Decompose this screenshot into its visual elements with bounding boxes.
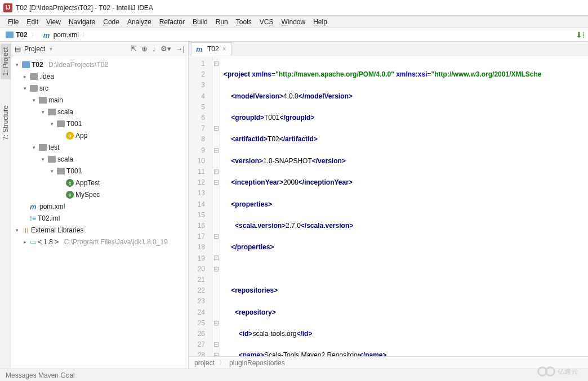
class-icon: c <box>66 179 74 187</box>
project-tool-window: ▤ Project ▾ ⇱ ⊕ ↓ ⚙▾ →| ▾T02 D:\IdeaProj… <box>11 42 189 369</box>
maven-icon: m <box>196 45 204 53</box>
tool-tab-structure[interactable]: 7: Structure <box>1 102 11 144</box>
tree-app[interactable]: oApp <box>11 129 188 141</box>
library-icon: ⫼ <box>22 226 29 234</box>
tree-jdk[interactable]: ▸▭< 1.8 > C:\Program Files\Java\jdk1.8.0… <box>11 236 188 248</box>
menu-run[interactable]: Run <box>212 17 231 27</box>
package-icon <box>57 120 65 127</box>
menu-vcs[interactable]: VCS <box>256 17 277 27</box>
editor[interactable]: 1234567891011121314151617181920212223242… <box>189 56 588 356</box>
menu-refactor[interactable]: Refactor <box>156 17 188 27</box>
tree-apptest[interactable]: cAppTest <box>11 177 188 189</box>
tree-idea[interactable]: ▸.idea <box>11 70 188 82</box>
tree-main-t001[interactable]: ▾T001 <box>11 118 188 129</box>
hide-icon[interactable]: →| <box>176 44 185 53</box>
folder-icon <box>30 85 38 92</box>
line-gutter: 1234567891011121314151617181920212223242… <box>189 56 212 356</box>
menu-tools[interactable]: Tools <box>233 17 255 27</box>
tree-src[interactable]: ▾src <box>11 82 188 94</box>
menu-analyze[interactable]: Analyze <box>124 17 155 27</box>
close-icon[interactable]: × <box>222 45 226 53</box>
menu-window[interactable]: Window <box>278 17 309 27</box>
status-left[interactable]: Messages Maven Goal <box>6 371 75 379</box>
collapse-all-icon[interactable]: ⇱ <box>131 44 137 53</box>
tree-test[interactable]: ▾test <box>11 141 188 153</box>
tree-main[interactable]: ▾main <box>11 94 188 106</box>
nav-bar: T02〉 mpom.xml〉 ⬇⁞ <box>0 28 588 42</box>
tree-test-t001[interactable]: ▾T001 <box>11 165 188 177</box>
dropdown-icon[interactable]: ▾ <box>48 46 54 52</box>
make-button[interactable]: ⬇⁞ <box>576 30 585 39</box>
menu-view[interactable]: View <box>43 17 64 27</box>
menu-help[interactable]: Help <box>310 17 331 27</box>
menu-edit[interactable]: Edit <box>23 17 42 27</box>
fold-gutter: ⊟⊟⊟⊟⊟⊟⊟⊟⊟⊟⊟ <box>212 56 220 356</box>
chevron-right-icon: 〉 <box>218 359 226 367</box>
gear-icon[interactable]: ⚙▾ <box>161 44 171 53</box>
tree-ext-lib[interactable]: ▾⫼External Libraries <box>11 224 188 236</box>
tree-test-scala[interactable]: ▾scala <box>11 153 188 165</box>
editor-breadcrumb: project 〉 pluginRepositories <box>189 356 588 369</box>
tree-iml[interactable]: ⁞≡T02.iml <box>11 212 188 224</box>
editor-area: mT02× 1234567891011121314151617181920212… <box>189 42 588 369</box>
title-bar: IJ T02 [D:\IdeaProjects\T02] - T02 - Int… <box>0 0 588 16</box>
tree-pom[interactable]: mpom.xml <box>11 200 188 212</box>
chevron-right-icon: 〉 <box>30 31 38 39</box>
jdk-icon: ▭ <box>30 238 36 246</box>
class-icon: c <box>66 191 74 199</box>
app-logo-icon: IJ <box>3 3 12 12</box>
folder-icon <box>6 32 14 38</box>
target-icon[interactable]: ⊕ <box>141 44 148 53</box>
crumb-pluginrepos[interactable]: pluginRepositories <box>229 359 285 367</box>
project-tree[interactable]: ▾T02 D:\IdeaProjects\T02 ▸.idea ▾src ▾ma… <box>11 56 188 369</box>
code-area[interactable]: <project xmlns="http://maven.apache.org/… <box>220 56 588 356</box>
module-icon <box>22 61 30 68</box>
tree-myspec[interactable]: cMySpec <box>11 189 188 200</box>
object-icon: o <box>66 132 74 140</box>
breadcrumb-root[interactable]: T02〉 <box>3 31 40 39</box>
folder-icon <box>48 109 56 115</box>
folder-icon <box>39 144 47 151</box>
iml-icon: ⁞≡ <box>30 214 36 222</box>
chevron-right-icon: 〉 <box>81 31 89 39</box>
folder-icon <box>48 156 56 163</box>
tool-window-stripe-left: 1: Project 7: Structure <box>0 42 11 369</box>
project-view-icon: ▤ <box>15 45 21 53</box>
package-icon <box>57 168 65 174</box>
menu-build[interactable]: Build <box>189 17 211 27</box>
maven-icon: m <box>30 203 38 210</box>
editor-tab-t02[interactable]: mT02× <box>191 42 231 56</box>
pane-title-label: Project <box>24 45 45 53</box>
folder-icon <box>30 73 38 80</box>
status-bar: Messages Maven Goal <box>0 369 588 381</box>
breadcrumb-file[interactable]: mpom.xml〉 <box>41 31 91 39</box>
menu-code[interactable]: Code <box>100 17 123 27</box>
tool-tab-project[interactable]: 1: Project <box>1 44 11 79</box>
window-title: T02 [D:\IdeaProjects\T02] - T02 - Intell… <box>16 4 153 12</box>
tree-main-scala[interactable]: ▾scala <box>11 106 188 118</box>
menu-file[interactable]: File <box>5 17 22 27</box>
crumb-project[interactable]: project <box>194 359 215 367</box>
tree-root[interactable]: ▾T02 D:\IdeaProjects\T02 <box>11 59 188 70</box>
editor-tabs: mT02× <box>189 42 588 56</box>
menu-navigate[interactable]: Navigate <box>65 17 99 27</box>
maven-icon: m <box>43 31 51 39</box>
folder-icon <box>39 97 47 104</box>
sort-icon[interactable]: ↓ <box>152 44 156 53</box>
menu-bar: File Edit View Navigate Code Analyze Ref… <box>0 16 588 28</box>
